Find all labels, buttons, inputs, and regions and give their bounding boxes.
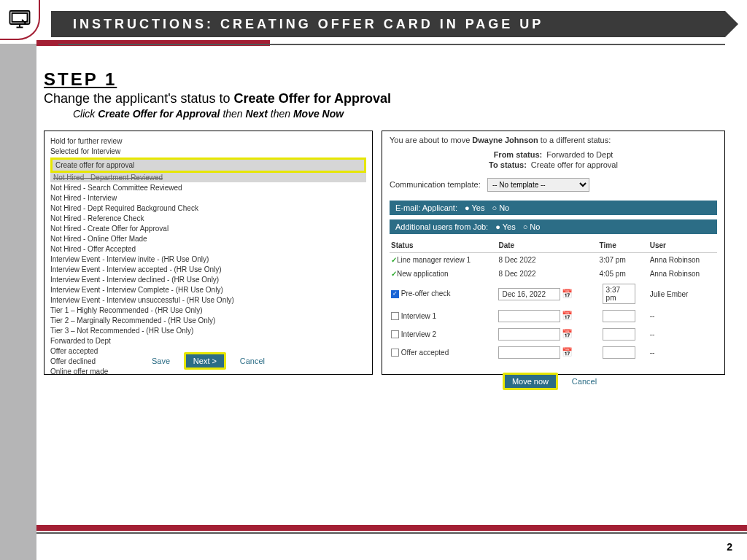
status-option[interactable]: Tier 1 – Highly Recommended - (HR Use On… <box>50 305 366 315</box>
date-input[interactable] <box>498 310 560 322</box>
status-option[interactable]: Not Hired - Search Committee Reviewed <box>50 182 366 192</box>
step-label: STEP 1 <box>44 69 725 90</box>
table-row: ✓New application8 Dec 20224:05 pmAnna Ro… <box>390 267 717 281</box>
calendar-icon[interactable]: 📅 <box>562 329 573 339</box>
move-status-panel: You are about to move Dwayne Johnson to … <box>382 131 725 375</box>
time-input[interactable]: 3:37 pm <box>603 284 635 304</box>
next-button[interactable]: Next > <box>184 352 226 370</box>
cancel-button[interactable]: Cancel <box>233 354 272 368</box>
communication-template-row: Communication template: -- No template -… <box>390 178 717 192</box>
status-option[interactable]: Tier 2 – Marginally Recommended - (HR Us… <box>50 315 366 325</box>
header-gray-underline <box>58 44 725 45</box>
status-option-highlighted[interactable]: Create offer for approval <box>50 158 366 173</box>
status-option[interactable]: Interview Event - Interview Complete - (… <box>50 284 366 295</box>
footer-red-bar <box>36 525 747 531</box>
row-checkbox[interactable] <box>391 312 399 320</box>
to-status-row: To status:Create offer for approval <box>390 160 717 169</box>
step-description: Change the applicant's status to Create … <box>44 91 725 106</box>
move-now-button[interactable]: Move now <box>503 373 558 390</box>
status-option[interactable]: Not Hired - Create Offer for Approval <box>50 223 366 233</box>
time-input[interactable] <box>603 310 635 322</box>
status-option[interactable]: Not Hired - Interview <box>50 192 366 203</box>
status-select-panel: Hold for further reviewSelected for Inte… <box>44 131 373 375</box>
header-bar: INSTRUCTIONS: CREATING OFFER CARD IN PAG… <box>51 11 725 37</box>
table-row: Interview 2 📅 -- <box>390 325 717 343</box>
status-option[interactable]: Tier 3 – Not Recommended - (HR Use Only) <box>50 325 366 335</box>
email-applicant-bar: E-mail: Applicant: ● Yes ○ No <box>390 201 717 215</box>
left-gray-band <box>0 44 36 560</box>
date-input[interactable] <box>498 346 560 359</box>
monitor-icon <box>0 0 40 40</box>
date-input[interactable]: Dec 16, 2022 <box>498 288 560 300</box>
calendar-icon[interactable]: 📅 <box>562 289 573 299</box>
status-option[interactable]: Interview Event - Interview unsuccessful… <box>50 295 366 305</box>
calendar-icon[interactable]: 📅 <box>562 347 573 357</box>
row-checkbox[interactable] <box>391 349 399 357</box>
status-history-table: Status Date Time User ✓Line manager revi… <box>390 238 717 362</box>
status-option[interactable]: Interview Event - Interview invite - (HR… <box>50 254 366 264</box>
svg-rect-1 <box>12 13 27 22</box>
date-input[interactable] <box>498 328 560 341</box>
status-option[interactable]: Not Hired - Offer Accepted <box>50 244 366 254</box>
move-intro: You are about to move Dwayne Johnson to … <box>390 136 717 144</box>
email-no-radio[interactable]: ○ No <box>492 203 509 212</box>
status-option[interactable]: Hold for further review <box>50 136 366 146</box>
row-checkbox[interactable] <box>391 290 399 298</box>
from-status-row: From status:Forwarded to Dept <box>390 150 717 159</box>
footer-gray-line <box>36 532 747 534</box>
step-sub-instruction: Click Create Offer for Approval then Nex… <box>73 108 725 120</box>
status-option[interactable]: Not Hired - Online Offer Made <box>50 233 366 244</box>
status-option[interactable]: Selected for Interview <box>50 146 366 156</box>
left-panel-footer: Save Next > Cancel <box>44 352 372 370</box>
time-input[interactable] <box>603 328 635 341</box>
communication-template-select[interactable]: -- No template -- <box>487 178 589 192</box>
content: STEP 1 Change the applicant's status to … <box>44 69 725 375</box>
table-row: Interview 1 📅 -- <box>390 307 717 325</box>
addl-no-radio[interactable]: ○ No <box>523 222 541 231</box>
save-button[interactable]: Save <box>144 354 177 368</box>
additional-users-bar: Additional users from Job: ● Yes ○ No <box>390 219 717 234</box>
page-number: 2 <box>727 541 732 553</box>
row-checkbox[interactable] <box>391 330 399 338</box>
status-option[interactable]: Not Hired - Dept Required Background Che… <box>50 203 366 213</box>
addl-yes-radio[interactable]: ● Yes <box>495 222 515 231</box>
status-option[interactable]: Interview Event - Interview accepted - (… <box>50 264 366 274</box>
email-yes-radio[interactable]: ● Yes <box>465 203 484 212</box>
status-option[interactable]: Forwarded to Dept <box>50 335 366 346</box>
calendar-icon[interactable]: 📅 <box>562 311 573 321</box>
right-panel-footer: Move now Cancel <box>390 373 717 390</box>
header-title: INSTRUCTIONS: CREATING OFFER CARD IN PAG… <box>73 17 543 32</box>
cancel-button[interactable]: Cancel <box>565 375 604 388</box>
status-option[interactable]: Not Hired - Reference Check <box>50 213 366 223</box>
status-option[interactable]: Not Hired - Department Reviewed <box>50 173 366 182</box>
table-row: Pre-offer checkDec 16, 2022📅3:37 pmJulie… <box>390 281 717 307</box>
table-row: ✓Line manager review 18 Dec 20223:07 pmA… <box>390 253 717 268</box>
time-input[interactable] <box>603 346 635 359</box>
status-option[interactable]: Interview Event - Interview declined - (… <box>50 274 366 284</box>
table-row: Offer accepted 📅 -- <box>390 343 717 362</box>
